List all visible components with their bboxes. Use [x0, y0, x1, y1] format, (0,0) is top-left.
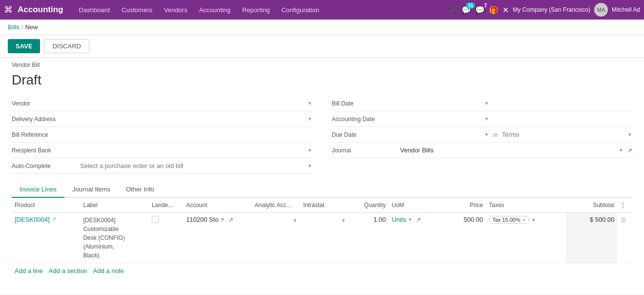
gift-icon[interactable]: 🎁	[489, 5, 499, 15]
tab-invoice-lines[interactable]: Invoice Lines	[12, 182, 64, 198]
tabs: Invoice Lines Journal Items Other Info	[12, 182, 632, 198]
delete-cell: 🗑	[617, 213, 632, 263]
delivery-input[interactable]	[80, 114, 306, 124]
col-account-header: Account	[183, 198, 251, 213]
intrastat-dropdown-icon[interactable]: ▼	[341, 218, 346, 223]
uom-dropdown-icon[interactable]: ▼	[408, 217, 413, 222]
messages-icon[interactable]: 💬 31	[461, 5, 471, 15]
tax-badge: Tax 15.00% ✕	[489, 216, 529, 224]
vendor-input[interactable]	[80, 99, 306, 108]
col-price-header: Price	[446, 198, 486, 213]
due-date-input[interactable]: 10/20/2020	[400, 131, 482, 138]
user-avatar[interactable]: MA	[594, 3, 608, 17]
add-line-button[interactable]: Add a line	[15, 267, 43, 274]
land-cell	[149, 213, 183, 263]
form-title: Draft	[12, 70, 632, 88]
tax-content: Tax 15.00% ✕ ▼	[489, 216, 563, 224]
due-date-dropdown-icon[interactable]: ▼	[484, 132, 489, 137]
recipient-bank-row: Recipient Bank ▼	[12, 143, 312, 158]
autocomplete-input[interactable]	[80, 161, 306, 170]
bill-ref-value	[80, 130, 312, 139]
add-section-button[interactable]: Add a section	[49, 267, 87, 274]
account-external-link-icon[interactable]: ↗	[229, 216, 233, 223]
left-fields: Vendor ▼ Delivery Address ▼ Bill Referen…	[12, 96, 312, 174]
analytic-input[interactable]	[255, 216, 291, 225]
account-cell: 110200 Sto ▼ ↗	[183, 213, 251, 263]
uom-cell: Units ▼ ↗	[389, 213, 446, 263]
intrastat-content: ▼	[303, 216, 346, 225]
nav-item-accounting[interactable]: Accounting	[193, 0, 236, 20]
uom-value[interactable]: Units	[392, 216, 406, 223]
tab-journal-items[interactable]: Journal Items	[64, 182, 118, 198]
nav-right: 📞 💬 31 💬 7 🎁 ✕ My Company (San Francisco…	[448, 3, 640, 17]
due-date-label: Due Date	[332, 131, 400, 138]
autocomplete-dropdown-icon[interactable]: ▼	[308, 163, 312, 169]
intrastat-input[interactable]	[303, 216, 339, 225]
product-cell: [DESK0004] ↗	[12, 213, 80, 263]
nav-item-customers[interactable]: Customers	[116, 0, 158, 20]
delete-row-button[interactable]: 🗑	[620, 216, 627, 224]
col-product-header: Product	[12, 198, 80, 213]
tax-remove-button[interactable]: ✕	[522, 217, 526, 223]
bill-date-row: Bill Date 10/20/2020 ▼	[332, 96, 633, 111]
breadcrumb-separator: /	[21, 23, 23, 31]
product-external-link-icon[interactable]: ↗	[52, 216, 56, 222]
tax-dropdown-icon[interactable]: ▼	[531, 217, 536, 223]
price-value[interactable]: 500.00	[463, 216, 483, 223]
action-bar: SAVE DISCARD	[0, 35, 644, 58]
recipient-dropdown-icon[interactable]: ▼	[308, 148, 312, 153]
journal-dropdown-icon[interactable]: ▼	[619, 148, 623, 153]
form-header-label: Vendor Bill	[12, 58, 632, 70]
col-land-header: Lande...	[149, 198, 183, 213]
grid-icon[interactable]: ⌘	[4, 4, 13, 15]
col-label-header: Label	[80, 198, 148, 213]
quantity-value[interactable]: 1.00	[374, 216, 386, 223]
table-row: [DESK0004] ↗ [DESK0004]CustomizableDesk …	[12, 213, 632, 263]
chat-icon[interactable]: 💬 7	[475, 5, 485, 15]
account-dropdown-icon[interactable]: ▼	[220, 217, 225, 222]
discard-button[interactable]: DISCARD	[44, 39, 89, 53]
journal-value: Vendor Bills ▼ ↗	[400, 147, 633, 154]
uom-external-link-icon[interactable]: ↗	[416, 216, 421, 223]
bill-date-input[interactable]: 10/20/2020	[400, 100, 482, 107]
terms-input[interactable]	[502, 130, 625, 139]
terms-dropdown-icon[interactable]: ▼	[627, 132, 632, 137]
product-name[interactable]: [DESK0004]	[15, 216, 50, 223]
analytic-cell: ▼	[252, 213, 300, 263]
nav-item-configuration[interactable]: Configuration	[275, 0, 325, 20]
vendor-value: ▼	[80, 99, 312, 108]
bill-date-dropdown-icon[interactable]: ▼	[484, 101, 489, 106]
nav-item-vendors[interactable]: Vendors	[158, 0, 193, 20]
accounting-date-dropdown-icon[interactable]: ▼	[484, 116, 489, 122]
analytic-dropdown-icon[interactable]: ▼	[292, 218, 297, 223]
bill-ref-input[interactable]	[80, 130, 312, 139]
bill-reference-row: Bill Reference	[12, 127, 312, 143]
right-fields: Bill Date 10/20/2020 ▼ Accounting Date 1…	[332, 96, 633, 174]
close-icon[interactable]: ✕	[502, 5, 509, 15]
invoice-lines-table: Product Label Lande... Account Analytic …	[12, 198, 632, 263]
recipient-value: ▼	[80, 146, 312, 155]
nav-item-dashboard[interactable]: Dashboard	[73, 0, 116, 20]
delivery-dropdown-icon[interactable]: ▼	[308, 116, 312, 122]
phone-icon[interactable]: 📞	[448, 5, 457, 14]
autocomplete-row: Auto-Complete ▼	[12, 158, 312, 174]
col-qty-header: Quantity	[349, 198, 389, 213]
quantity-cell: 1.00	[349, 213, 389, 263]
nav-item-reporting[interactable]: Reporting	[236, 0, 275, 20]
tab-other-info[interactable]: Other Info	[118, 182, 162, 198]
vendor-dropdown-icon[interactable]: ▼	[308, 101, 312, 106]
land-checkbox[interactable]	[152, 216, 159, 223]
account-value: 110200 Sto	[186, 216, 219, 223]
breadcrumb-parent[interactable]: Bills	[8, 23, 20, 31]
journal-external-link-icon[interactable]: ↗	[627, 147, 632, 154]
delivery-label: Delivery Address	[12, 116, 80, 123]
save-button[interactable]: SAVE	[8, 39, 40, 53]
accounting-date-value: 10/20/2020 ▼	[400, 115, 633, 123]
table-header-row: Product Label Lande... Account Analytic …	[12, 198, 632, 213]
form-fields: Vendor ▼ Delivery Address ▼ Bill Referen…	[12, 96, 632, 174]
add-note-button[interactable]: Add a note	[93, 267, 124, 274]
product-content: [DESK0004] ↗	[15, 216, 77, 223]
recipient-input[interactable]	[80, 146, 306, 155]
accounting-date-input[interactable]: 10/20/2020	[400, 115, 482, 123]
journal-label: Journal	[332, 147, 400, 154]
